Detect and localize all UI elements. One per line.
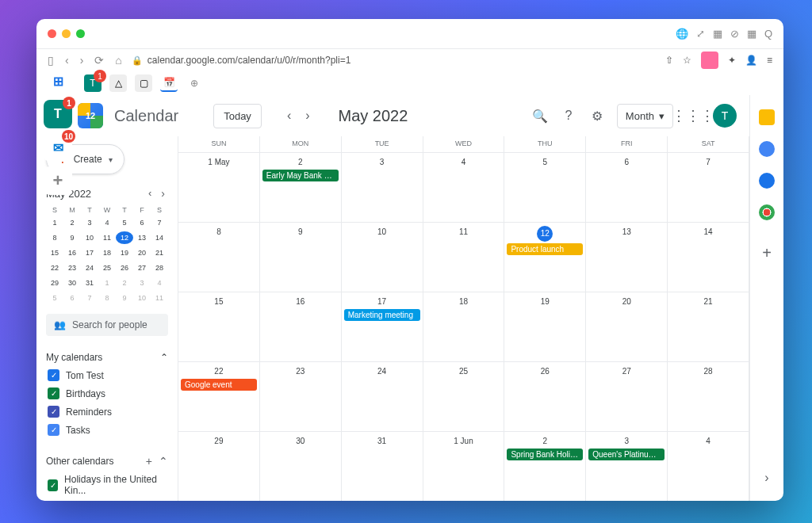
day-cell[interactable]: 26 xyxy=(504,362,586,431)
share-icon[interactable]: ⇧ xyxy=(665,55,673,66)
menu-icon[interactable]: ≡ xyxy=(767,55,772,66)
grid-icon[interactable]: ▦ xyxy=(747,28,756,40)
add-calendar-icon[interactable]: + xyxy=(146,455,152,468)
day-cell[interactable]: 19 xyxy=(504,292,586,361)
minical-day[interactable]: 4 xyxy=(151,277,168,289)
minical-day[interactable]: 26 xyxy=(116,262,133,274)
close-window-icon[interactable] xyxy=(48,29,56,38)
minical-day[interactable]: 18 xyxy=(98,246,116,259)
day-cell[interactable]: 30 xyxy=(260,432,342,501)
minical-day[interactable]: 3 xyxy=(81,216,98,229)
tab-add[interactable]: ⊕ xyxy=(186,74,203,92)
minical-day[interactable]: 1 xyxy=(46,216,63,229)
day-cell[interactable]: 27 xyxy=(586,362,668,431)
minical-day[interactable]: 10 xyxy=(81,231,98,244)
day-cell[interactable]: 3Queen's Platinum Ju xyxy=(586,432,668,501)
forward-icon[interactable]: › xyxy=(80,54,84,67)
minical-day[interactable]: 31 xyxy=(81,277,98,289)
minical-next-icon[interactable]: › xyxy=(158,187,168,200)
day-cell[interactable]: 17Marketing meeting xyxy=(342,292,423,361)
day-cell[interactable]: 7 xyxy=(668,153,749,222)
minical-day[interactable]: 6 xyxy=(133,216,151,229)
day-cell[interactable]: 18 xyxy=(423,292,505,361)
account-icon[interactable]: 👤 xyxy=(745,55,757,66)
next-month-icon[interactable]: › xyxy=(301,105,314,126)
extensions-icon[interactable]: ✦ xyxy=(728,55,736,66)
minical-day[interactable]: 8 xyxy=(46,231,63,244)
minical-day[interactable]: 3 xyxy=(133,277,151,289)
minical-day[interactable]: 7 xyxy=(151,216,168,229)
calendar-item[interactable]: ✓Holidays in the United Kin... xyxy=(46,471,168,499)
minical-day[interactable]: 7 xyxy=(81,292,98,304)
minical-day[interactable]: 19 xyxy=(116,246,133,259)
minical-day[interactable]: 27 xyxy=(133,262,151,274)
day-cell[interactable]: 29 xyxy=(178,432,260,501)
day-cell[interactable]: 24 xyxy=(342,362,423,431)
event-chip[interactable]: Product launch xyxy=(507,243,583,255)
search-icon[interactable]: 🔍 xyxy=(531,107,549,124)
day-cell[interactable]: 1 Jun xyxy=(423,432,505,501)
checkbox-icon[interactable]: ✓ xyxy=(48,406,59,418)
dock-outlook-icon[interactable]: ✉10 xyxy=(44,133,72,162)
minical-day[interactable]: 9 xyxy=(63,231,81,244)
dock-team-icon[interactable]: T1 xyxy=(44,100,72,128)
minical-day[interactable]: 4 xyxy=(98,216,116,229)
day-cell[interactable]: 15 xyxy=(178,292,260,361)
minical-day[interactable]: 8 xyxy=(98,292,116,304)
settings-icon[interactable]: ⚙ xyxy=(588,107,606,124)
checkbox-icon[interactable]: ✓ xyxy=(48,387,59,399)
calendar-item[interactable]: ✓Reminders xyxy=(46,403,168,421)
day-cell[interactable]: 13 xyxy=(586,223,668,292)
profile-avatar[interactable] xyxy=(701,52,718,69)
minical-day[interactable]: 30 xyxy=(63,277,81,289)
checkbox-icon[interactable]: ✓ xyxy=(48,424,59,436)
globe-icon[interactable]: 🌐 xyxy=(676,28,688,40)
minical-day[interactable]: 20 xyxy=(133,246,151,259)
maximize-window-icon[interactable] xyxy=(76,29,85,38)
calendar-item[interactable]: ✓Tom Test xyxy=(46,366,168,384)
contacts-icon[interactable] xyxy=(759,173,775,189)
minical-day[interactable]: 9 xyxy=(116,292,133,304)
day-cell[interactable]: 1 May xyxy=(178,153,260,222)
block-icon[interactable]: ⊘ xyxy=(730,28,739,40)
day-cell[interactable]: 22Google event xyxy=(178,362,260,431)
minical-prev-icon[interactable]: ‹ xyxy=(145,187,155,200)
minical-day[interactable]: 15 xyxy=(46,246,63,259)
day-cell[interactable]: 25 xyxy=(423,362,505,431)
reload-icon[interactable]: ⟳ xyxy=(94,54,104,67)
minical-day[interactable]: 14 xyxy=(151,231,168,244)
calendar-item[interactable]: ✓Tasks xyxy=(46,421,168,439)
keep-icon[interactable] xyxy=(759,109,775,125)
minical-day[interactable]: 29 xyxy=(46,277,63,289)
minical-day[interactable]: 13 xyxy=(133,231,151,244)
prev-month-icon[interactable]: ‹ xyxy=(282,105,296,126)
calendar-item[interactable]: ✓Birthdays xyxy=(46,384,168,403)
day-cell[interactable]: 9 xyxy=(260,223,342,292)
day-cell[interactable]: 10 xyxy=(342,223,423,292)
view-select[interactable]: Month▾ xyxy=(617,104,673,128)
back-icon[interactable]: ‹ xyxy=(65,54,69,67)
minical-day[interactable]: 1 xyxy=(98,277,116,289)
minical-day[interactable]: 10 xyxy=(133,292,151,304)
expand-icon[interactable]: ⤢ xyxy=(696,28,705,40)
minical-day[interactable]: 16 xyxy=(63,246,81,259)
home-icon[interactable]: ⌂ xyxy=(115,54,121,67)
minical-day[interactable]: 11 xyxy=(98,231,116,244)
minical-day[interactable]: 11 xyxy=(151,292,168,304)
minical-day[interactable]: 2 xyxy=(63,216,81,229)
day-cell[interactable]: 14 xyxy=(668,223,749,292)
day-cell[interactable]: 6 xyxy=(586,153,668,222)
day-cell[interactable]: 8 xyxy=(178,223,260,292)
maps-icon[interactable] xyxy=(759,204,775,220)
day-cell[interactable]: 3 xyxy=(342,153,423,222)
day-cell[interactable]: 4 xyxy=(668,432,749,501)
collapse-panel-icon[interactable]: › xyxy=(764,471,768,485)
day-cell[interactable]: 12Product launch xyxy=(504,223,586,292)
minical-day[interactable]: 5 xyxy=(116,216,133,229)
day-cell[interactable]: 4 xyxy=(423,153,505,222)
day-cell[interactable]: 23 xyxy=(260,362,342,431)
apps-grid-icon[interactable]: ⋮⋮⋮ xyxy=(684,107,702,124)
day-cell[interactable]: 20 xyxy=(586,292,668,361)
minimize-window-icon[interactable] xyxy=(62,29,71,38)
search-people-input[interactable]: 👥 Search for people xyxy=(46,314,168,336)
